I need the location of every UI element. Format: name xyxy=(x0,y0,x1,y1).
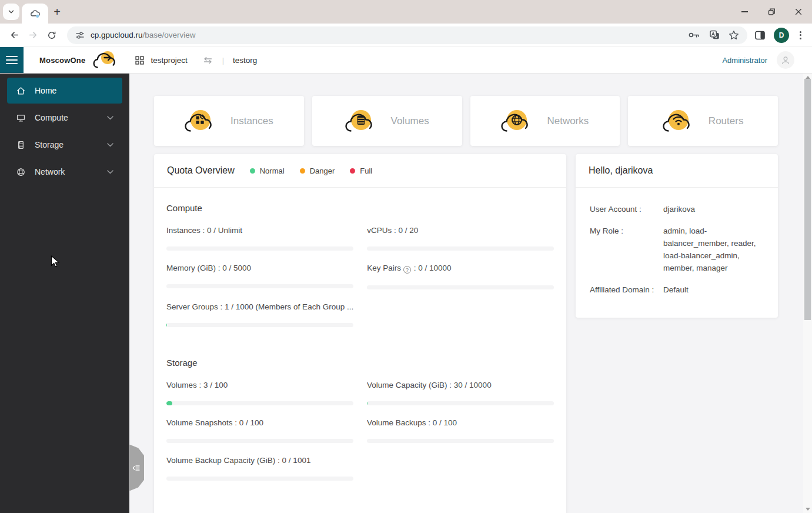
browser-tab-strip: + xyxy=(0,0,812,24)
progress-bar xyxy=(367,439,554,443)
brand-name: MoscowOne xyxy=(39,56,85,65)
translate-icon[interactable] xyxy=(710,30,720,40)
role-label[interactable]: Administrator xyxy=(722,56,767,65)
progress-bar xyxy=(367,401,554,405)
progress-bar xyxy=(166,439,353,443)
sidebar-item-storage[interactable]: Storage xyxy=(7,132,122,158)
cloud-favicon-icon xyxy=(30,9,40,19)
reload-button[interactable] xyxy=(42,26,61,45)
forward-arrow-icon xyxy=(28,29,39,41)
sidebar-item-home[interactable]: Home xyxy=(7,78,122,104)
sidebar-item-label: Compute xyxy=(35,113,68,122)
section-title-compute: Compute xyxy=(166,203,554,213)
minimize-icon xyxy=(741,11,748,12)
greeting: Hello, djarikova xyxy=(589,165,653,176)
card-networks[interactable]: Networks xyxy=(470,96,620,146)
person-icon xyxy=(780,54,791,66)
switch-project-icon[interactable] xyxy=(202,56,213,64)
chevron-down-icon xyxy=(107,170,113,174)
sidebar-item-label: Network xyxy=(35,167,65,176)
progress-bar xyxy=(166,323,353,327)
quota-item-volume-backup-capacity: Volume Backup Capacity (GiB) : 0 / 1001 xyxy=(166,456,353,481)
sidebar-item-label: Storage xyxy=(35,140,64,149)
progress-bar xyxy=(166,246,353,251)
user-avatar[interactable] xyxy=(777,51,794,69)
routers-cloud-icon xyxy=(663,108,692,134)
quota-item-volume-snapshots: Volume Snapshots : 0 / 100 xyxy=(166,418,353,443)
sidebar-nav: Home Compute Storage Network xyxy=(0,74,129,513)
help-icon[interactable]: ? xyxy=(403,266,411,274)
quota-title: Quota Overview xyxy=(167,165,235,176)
profile-row-user-account: User Account : djarikova xyxy=(590,203,764,215)
legend-label: Normal xyxy=(260,166,285,175)
sidebar-toggle-button[interactable] xyxy=(0,47,24,73)
window-close-button[interactable] xyxy=(785,0,812,24)
bookmark-star-icon[interactable] xyxy=(729,30,739,41)
forward-button[interactable] xyxy=(24,26,42,45)
card-instances[interactable]: Instances xyxy=(154,96,304,146)
card-volumes[interactable]: Volumes xyxy=(312,96,462,146)
restore-icon xyxy=(766,6,777,17)
sidebar-item-compute[interactable]: Compute xyxy=(7,105,122,131)
storage-server-icon xyxy=(16,140,26,150)
browser-toolbar: cp.gpucloud.ru/base/overview D xyxy=(0,24,812,47)
scroll-down-arrow-icon[interactable] xyxy=(806,508,810,511)
brand-cloud-logo xyxy=(91,50,118,70)
back-button[interactable] xyxy=(5,26,24,45)
progress-bar xyxy=(367,285,554,289)
new-tab-button[interactable]: + xyxy=(49,5,65,19)
progress-bar xyxy=(367,246,554,251)
quota-legend: Normal Danger Full xyxy=(250,166,373,175)
reload-icon xyxy=(46,30,57,41)
window-minimize-button[interactable] xyxy=(731,0,758,24)
compute-monitor-icon xyxy=(16,113,26,123)
quota-item-memory: Memory (GiB) : 0 / 5000 xyxy=(166,264,353,289)
project-name[interactable]: testproject xyxy=(151,56,187,65)
profile-row-my-role: My Role : admin, load-balancer_member, r… xyxy=(590,225,764,274)
app-header: MoscowOne testproject | testorg Administ… xyxy=(0,47,812,74)
quota-item-volume-capacity: Volume Capacity (GiB) : 30 / 10000 xyxy=(367,381,554,405)
address-bar[interactable]: cp.gpucloud.ru/base/overview xyxy=(67,26,747,44)
quota-item-volumes: Volumes : 3 / 100 xyxy=(166,381,353,405)
progress-bar xyxy=(166,284,353,288)
close-icon xyxy=(794,7,803,16)
user-profile-panel: Hello, djarikova User Account : djarikov… xyxy=(576,154,778,318)
card-label: Volumes xyxy=(391,115,429,127)
site-settings-icon xyxy=(75,31,85,40)
project-grid-icon xyxy=(135,56,144,65)
scrollbar-thumb[interactable] xyxy=(804,79,811,320)
header-divider: | xyxy=(220,56,226,65)
quota-item-instances: Instances : 0 / Unlimit xyxy=(166,226,353,251)
sidebar-item-network[interactable]: Network xyxy=(7,159,122,185)
legend-label: Danger xyxy=(310,166,335,175)
browser-menu-icon[interactable] xyxy=(797,29,804,42)
browser-tab[interactable] xyxy=(22,4,48,24)
volumes-cloud-icon xyxy=(345,108,375,134)
section-title-storage: Storage xyxy=(166,358,554,368)
url-text: cp.gpucloud.ru/base/overview xyxy=(91,31,196,39)
home-icon xyxy=(16,86,26,96)
password-key-icon[interactable] xyxy=(689,31,701,39)
card-label: Instances xyxy=(230,115,273,127)
org-name[interactable]: testorg xyxy=(233,56,257,65)
quota-item-server-groups: Server Groups : 1 / 1000 (Members of Eac… xyxy=(166,302,353,327)
window-restore-button[interactable] xyxy=(758,0,785,24)
normal-dot-icon xyxy=(250,168,255,174)
progress-bar xyxy=(166,477,353,481)
chevron-down-icon xyxy=(107,116,113,120)
quota-item-vcpus: vCPUs : 0 / 20 xyxy=(367,226,554,251)
quota-overview-panel: Quota Overview Normal Danger Full Comput… xyxy=(154,154,566,513)
profile-row-affiliated-domain: Affiliated Domain : Default xyxy=(590,284,764,296)
networks-cloud-icon xyxy=(501,108,530,134)
chevron-down-icon xyxy=(7,8,15,16)
network-globe-icon xyxy=(16,167,26,177)
quota-item-key-pairs: Key Pairs? : 0 / 10000 xyxy=(367,264,554,289)
sidebar-item-label: Home xyxy=(35,86,56,95)
side-panel-icon[interactable] xyxy=(754,30,766,41)
card-routers[interactable]: Routers xyxy=(628,96,778,146)
browser-profile-avatar[interactable]: D xyxy=(774,28,789,43)
card-label: Networks xyxy=(547,115,589,127)
tab-search-button[interactable] xyxy=(3,4,19,20)
collapse-menu-icon xyxy=(132,464,141,472)
page-scrollbar[interactable] xyxy=(803,74,812,513)
